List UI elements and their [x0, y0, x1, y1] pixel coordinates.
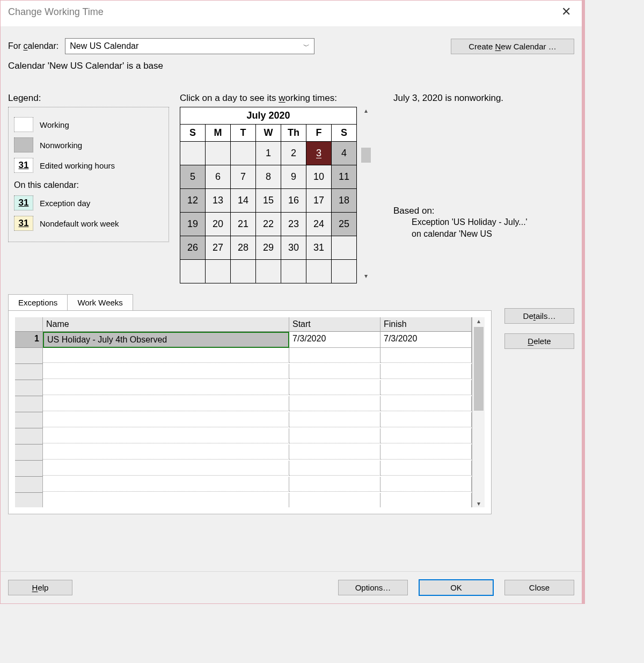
calendar-select-value: New US Calendar	[70, 41, 138, 51]
calendar-day-cell	[256, 260, 281, 283]
scroll-up-icon[interactable]: ▴	[477, 317, 480, 325]
options-button[interactable]: Options…	[338, 580, 408, 595]
calendar-day-cell[interactable]: 12	[180, 189, 206, 213]
calendar-scrollbar[interactable]: ▴ ▾	[360, 107, 372, 280]
calendar-day-cell[interactable]: 1	[256, 142, 281, 165]
calendar-day-cell[interactable]: 5	[180, 165, 206, 189]
calendar-day-cell	[332, 260, 357, 283]
calendar-day-cell[interactable]: 20	[206, 213, 231, 236]
scroll-thumb[interactable]	[361, 148, 371, 163]
calendar-day-cell	[206, 142, 231, 165]
calendar-day-cell[interactable]: 6	[206, 165, 231, 189]
calendar-day-cell[interactable]: 11	[332, 165, 357, 189]
calendar-day-cell[interactable]: 31	[306, 236, 332, 260]
tab-work-weeks[interactable]: Work Weeks	[67, 294, 133, 310]
calendar-day-cell[interactable]: 24	[306, 213, 332, 236]
calendar-day-cell[interactable]: 10	[306, 165, 332, 189]
exc-empty-row[interactable]	[15, 461, 472, 477]
tabpanel-shell: Exceptions Work Weeks Name Start Finish …	[8, 294, 492, 514]
exc-empty-row[interactable]	[15, 412, 472, 428]
calendar-day-cell[interactable]: 18	[332, 189, 357, 213]
create-new-calendar-button[interactable]: Create New Calendar …	[451, 39, 574, 54]
exc-empty-row[interactable]	[15, 396, 472, 412]
calendar-day-cell[interactable]: 9	[281, 165, 306, 189]
exc-head-idx	[15, 317, 43, 332]
calendar-day-header: M	[206, 125, 231, 142]
tabs-area: Exceptions Work Weeks Name Start Finish …	[1, 283, 582, 514]
calendar-day-cell	[332, 236, 357, 260]
calendar-day-cell[interactable]: 23	[281, 213, 306, 236]
exc-head-name[interactable]: Name	[43, 317, 289, 332]
swatch-nondefault: 31	[14, 216, 33, 231]
exceptions-table[interactable]: Name Start Finish 1 US Holiday - July 4t…	[15, 317, 472, 507]
scroll-down-icon[interactable]: ▾	[364, 272, 368, 280]
delete-button[interactable]: Delete	[504, 333, 574, 349]
exc-row-start[interactable]: 7/3/2020	[289, 332, 380, 348]
calendar-grid[interactable]: July 2020 SMTWThFS 123456789101112131415…	[180, 107, 357, 283]
exc-empty-row[interactable]	[15, 380, 472, 396]
legend-nonworking: Nonworking	[14, 137, 163, 152]
exc-empty-row[interactable]	[15, 493, 472, 507]
exc-empty-row[interactable]	[15, 428, 472, 445]
legend-column: Legend: Working Nonworking 31 Edited wor…	[8, 93, 169, 283]
exc-empty-row[interactable]	[15, 445, 472, 461]
exc-row-name[interactable]: US Holiday - July 4th Observed	[43, 332, 289, 348]
calendar-day-header: Th	[281, 125, 306, 142]
mid-area: Legend: Working Nonworking 31 Edited wor…	[1, 71, 582, 283]
calendar-day-cell[interactable]: 30	[281, 236, 306, 260]
exc-empty-row[interactable]	[15, 348, 472, 364]
exceptions-scrollbar[interactable]: ▴ ▾	[472, 317, 485, 507]
calendar-day-cell[interactable]: 7	[231, 165, 256, 189]
scroll-down-icon[interactable]: ▾	[477, 500, 480, 507]
calendar-day-cell[interactable]: 14	[231, 189, 256, 213]
calendar-day-header: T	[231, 125, 256, 142]
legend-on-calendar: On this calendar:	[14, 180, 163, 190]
calendar-day-cell[interactable]: 28	[231, 236, 256, 260]
exc-head-start[interactable]: Start	[289, 317, 380, 332]
close-icon[interactable]: ✕	[558, 5, 574, 19]
scroll-up-icon[interactable]: ▴	[364, 107, 368, 114]
scroll-thumb[interactable]	[474, 327, 484, 411]
calendar-day-cell[interactable]: 15	[256, 189, 281, 213]
legend-working-label: Working	[40, 120, 69, 129]
calendar-day-cell[interactable]: 21	[231, 213, 256, 236]
details-button[interactable]: Details…	[504, 308, 574, 324]
close-button[interactable]: Close	[504, 580, 574, 595]
calendar-day-cell[interactable]: 3	[306, 142, 332, 165]
calendar-day-cell[interactable]: 25	[332, 213, 357, 236]
swatch-edited: 31	[14, 158, 33, 173]
info-based-on-detail1: Exception 'US Holiday - July...'	[393, 216, 566, 228]
legend-exception-day: 31 Exception day	[14, 195, 163, 210]
calendar-day-cell	[206, 260, 231, 283]
calendar-day-cell[interactable]: 8	[256, 165, 281, 189]
calendar-day-cell[interactable]: 16	[281, 189, 306, 213]
calendar-day-cell[interactable]: 26	[180, 236, 206, 260]
calendar-day-cell[interactable]: 29	[256, 236, 281, 260]
tab-exceptions[interactable]: Exceptions	[8, 294, 68, 310]
exc-row-selected[interactable]: 1 US Holiday - July 4th Observed 7/3/202…	[15, 332, 472, 348]
exc-empty-row[interactable]	[15, 364, 472, 380]
calendar-day-cell[interactable]: 2	[281, 142, 306, 165]
calendar-day-cell[interactable]: 19	[180, 213, 206, 236]
swatch-working	[14, 117, 33, 132]
calendar-day-cell[interactable]: 4	[332, 142, 357, 165]
exc-empty-row[interactable]	[15, 477, 472, 493]
titlebar: Change Working Time ✕	[1, 1, 582, 26]
help-button[interactable]: Help	[8, 580, 72, 595]
dialog-change-working-time: Change Working Time ✕ For calendar: New …	[0, 0, 585, 604]
calendar-wrap: July 2020 SMTWThFS 123456789101112131415…	[180, 107, 378, 283]
ok-button[interactable]: OK	[419, 579, 494, 596]
calendar-month: July 2020	[180, 107, 357, 125]
exc-head-finish[interactable]: Finish	[380, 317, 472, 332]
calendar-day-cell[interactable]: 17	[306, 189, 332, 213]
legend-nonworking-label: Nonworking	[40, 141, 82, 150]
calendar-day-cell[interactable]: 27	[206, 236, 231, 260]
calendar-day-cell[interactable]: 13	[206, 189, 231, 213]
legend-nondefault-ww: 31 Nondefault work week	[14, 216, 163, 231]
calendar-select[interactable]: New US Calendar ﹀	[65, 38, 314, 54]
calendar-day-header: F	[306, 125, 332, 142]
info-column: July 3, 2020 is nonworking. Based on: Ex…	[389, 93, 566, 283]
exc-row-finish[interactable]: 7/3/2020	[380, 332, 472, 348]
calendar-day-cell[interactable]: 22	[256, 213, 281, 236]
calendar-day-cell	[281, 260, 306, 283]
